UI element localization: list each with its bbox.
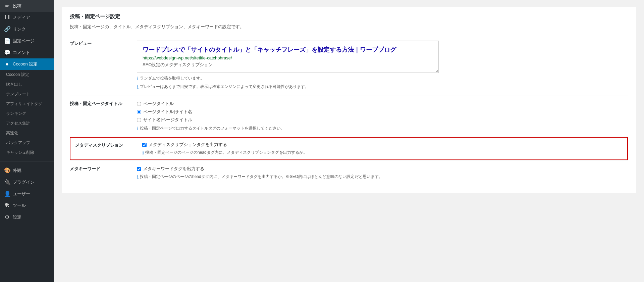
info-icon-5: ℹ — [137, 174, 139, 180]
meta-kw-label: メタキーワード — [70, 160, 137, 185]
sidebar-sub-speed[interactable]: 高速化 — [0, 128, 54, 138]
sidebar-item-comments[interactable]: 💬 コメント — [0, 47, 54, 58]
sidebar-label-plugins: プラグイン — [13, 179, 35, 185]
cocoon-icon: ● — [4, 61, 10, 67]
preview-title: ワードプレスで「サイトのタイトル」と「キャッチフレーズ」を設定する方法｜ワープブ… — [143, 46, 433, 54]
sidebar-item-appearance[interactable]: 🎨 外観 — [0, 164, 54, 176]
sidebar-label-pages: 固定ページ — [13, 38, 35, 44]
sidebar-label-cocoon: Cocoon 設定 — [13, 61, 38, 67]
radio-site-page-title[interactable]: サイト名|ページタイトル — [137, 117, 628, 123]
meta-kw-checkbox-label[interactable]: メタキーワードタグを出力する — [137, 166, 628, 172]
appearance-icon: 🎨 — [4, 167, 10, 174]
preview-row: プレビュー ワードプレスで「サイトのタイトル」と「キャッチフレーズ」を設定する方… — [70, 35, 628, 95]
sidebar-label-appearance: 外観 — [13, 168, 21, 174]
meta-desc-checkbox-input[interactable] — [142, 143, 147, 147]
info-icon-2: ℹ — [137, 84, 139, 90]
meta-desc-row: メタディスクリプション メタディスクリプションタグを出力する ℹ 投稿・固定ペー… — [70, 137, 628, 160]
preview-desc: SEO設定のメタディスクリプション — [143, 62, 433, 68]
section-description: 投稿・固定ページの、タイトル、メタディスクリプション、メタキーワードの設定です。 — [70, 24, 628, 30]
preview-info1: ℹ ランダムで投稿を取得しています。 — [137, 76, 628, 81]
preview-label: プレビュー — [70, 35, 137, 95]
sidebar-item-pages[interactable]: 📄 固定ページ — [0, 35, 54, 47]
pages-icon: 📄 — [4, 38, 10, 44]
radio-page-title-input[interactable] — [137, 102, 141, 106]
sidebar-item-media[interactable]: 🎞 メディア — [0, 12, 54, 23]
settings-icon: ⚙ — [4, 214, 10, 220]
title-info: ℹ 投稿・固定ページで出力するタイトルタグのフォーマットを選択してください。 — [137, 126, 628, 131]
meta-desc-highlighted-cell: メタディスクリプション メタディスクリプションタグを出力する ℹ 投稿・固定ペー… — [70, 137, 628, 160]
meta-desc-highlight-border: メタディスクリプション メタディスクリプションタグを出力する ℹ 投稿・固定ペー… — [70, 137, 628, 160]
meta-desc-content: メタディスクリプションタグを出力する ℹ 投稿・固定ページのページのheadタグ… — [142, 142, 307, 155]
meta-kw-info: ℹ 投稿・固定ページのページのheadタグ内に、メタキーワードタグを出力するか。… — [137, 174, 628, 180]
radio-site-page-title-input[interactable] — [137, 118, 141, 122]
sidebar-label-tools: ツール — [13, 202, 26, 208]
sidebar-item-plugins[interactable]: 🔌 プラグイン — [0, 176, 54, 188]
preview-info2: ℹ プレビューはあくまで目安です。表示は検索エンジンによって変更される可能性があ… — [137, 84, 628, 90]
sidebar-label-comments: コメント — [13, 50, 30, 56]
meta-desc-checkbox-label[interactable]: メタディスクリプションタグを出力する — [142, 142, 307, 148]
comments-icon: 💬 — [4, 49, 10, 56]
preview-url: https://webdesign-wp.net/sitetitle-catch… — [143, 55, 433, 60]
page-title-label: 投稿・固定ページタイトル — [70, 95, 137, 137]
meta-desc-label: メタディスクリプション — [75, 142, 142, 148]
sidebar-sub-template[interactable]: テンプレート — [0, 89, 54, 99]
content-area: 投稿・固定ページ設定 投稿・固定ページの、タイトル、メタディスクリプション、メタ… — [54, 0, 644, 282]
form-table: プレビュー ワードプレスで「サイトのタイトル」と「キャッチフレーズ」を設定する方… — [70, 35, 628, 185]
link-icon: 🔗 — [4, 26, 10, 32]
tools-icon: 🛠 — [4, 202, 10, 208]
sidebar-label-posts: 投稿 — [13, 3, 21, 9]
sidebar-label-users: ユーザー — [13, 191, 30, 197]
sidebar-item-cocoon[interactable]: ● Cocoon 設定 — [0, 58, 54, 70]
settings-panel: 投稿・固定ページ設定 投稿・固定ページの、タイトル、メタディスクリプション、メタ… — [62, 7, 636, 193]
preview-box: ワードプレスで「サイトのタイトル」と「キャッチフレーズ」を設定する方法｜ワープブ… — [137, 41, 439, 73]
sidebar: ✏ 投稿 🎞 メディア 🔗 リンク 📄 固定ページ 💬 コメント ● Cocoo… — [0, 0, 54, 282]
info-icon-1: ℹ — [137, 76, 139, 81]
title-radio-group: ページタイトル ページタイトル|サイト名 サイト名|ページタイトル — [137, 101, 628, 123]
section-title: 投稿・固定ページ設定 — [70, 13, 628, 20]
sidebar-label-settings: 設定 — [13, 214, 21, 220]
posts-icon: ✏ — [4, 3, 10, 9]
sidebar-item-posts[interactable]: ✏ 投稿 — [0, 0, 54, 12]
sidebar-item-users[interactable]: 👤 ユーザー — [0, 188, 54, 200]
plugins-icon: 🔌 — [4, 179, 10, 185]
meta-kw-row: メタキーワード メタキーワードタグを出力する ℹ 投稿・固定ページのページのhe… — [70, 160, 628, 185]
meta-desc-info: ℹ 投稿・固定ページのページのheadタグ内に、メタディスクリプションタグを出力… — [142, 150, 307, 155]
sidebar-label-links: リンク — [13, 26, 26, 32]
sidebar-item-settings[interactable]: ⚙ 設定 — [0, 211, 54, 223]
sidebar-item-links[interactable]: 🔗 リンク — [0, 23, 54, 35]
sidebar-sub-access[interactable]: アクセス集計 — [0, 119, 54, 128]
sidebar-label-media: メディア — [13, 14, 30, 20]
page-title-row: 投稿・固定ページタイトル ページタイトル ページタイトル|サイト名 — [70, 95, 628, 137]
info-icon-3: ℹ — [137, 126, 139, 131]
sidebar-sub-cocoon-settings[interactable]: Cocoon 設定 — [0, 70, 54, 80]
users-icon: 👤 — [4, 191, 10, 197]
radio-page-site-title[interactable]: ページタイトル|サイト名 — [137, 109, 628, 115]
sidebar-sub-fukidashi[interactable]: 吹き出し — [0, 80, 54, 89]
radio-page-site-title-input[interactable] — [137, 110, 141, 114]
sidebar-sub-affiliate[interactable]: アフィリエイトタグ — [0, 99, 54, 109]
preview-cell: ワードプレスで「サイトのタイトル」と「キャッチフレーズ」を設定する方法｜ワープブ… — [137, 35, 628, 95]
meta-kw-cell: メタキーワードタグを出力する ℹ 投稿・固定ページのページのheadタグ内に、メ… — [137, 160, 628, 185]
page-title-cell: ページタイトル ページタイトル|サイト名 サイト名|ページタイトル — [137, 95, 628, 137]
sidebar-item-tools[interactable]: 🛠 ツール — [0, 200, 54, 211]
sidebar-sub-ranking[interactable]: ランキング — [0, 109, 54, 119]
sidebar-sub-backup[interactable]: バックアップ — [0, 138, 54, 148]
meta-kw-checkbox-input[interactable] — [137, 167, 141, 171]
media-icon: 🎞 — [4, 14, 10, 20]
radio-page-title[interactable]: ページタイトル — [137, 101, 628, 107]
main-wrapper: 投稿・固定ページ設定 投稿・固定ページの、タイトル、メタディスクリプション、メタ… — [54, 0, 644, 282]
sidebar-sub-cache[interactable]: キャッシュ削除 — [0, 148, 54, 157]
info-icon-4: ℹ — [142, 150, 144, 155]
